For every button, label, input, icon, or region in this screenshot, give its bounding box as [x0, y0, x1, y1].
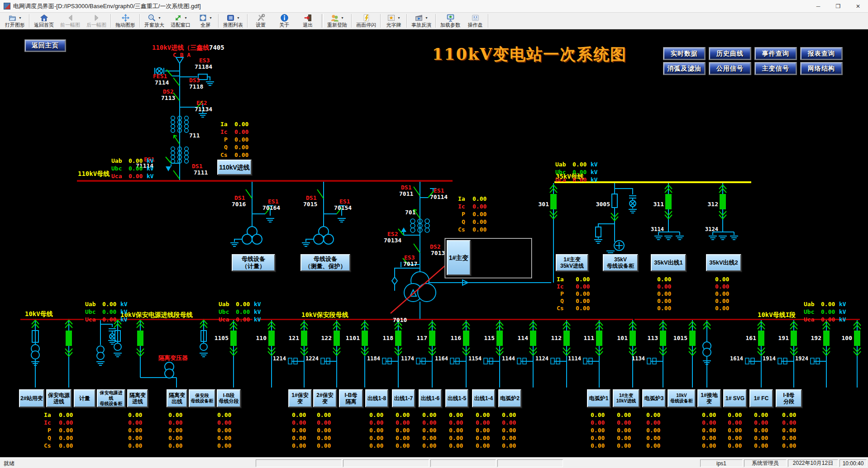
diagram-button[interactable]: 电弧炉3 — [642, 389, 666, 407]
bus-10kv-station[interactable] — [20, 319, 84, 320]
feeder-110[interactable] — [268, 320, 275, 388]
feeder-121[interactable] — [288, 320, 308, 388]
maximize-button[interactable]: ❐ — [828, 0, 848, 13]
toolbar-button-settings[interactable]: 设置 — [249, 13, 272, 28]
bus-110kv[interactable] — [77, 180, 453, 182]
diagram-button[interactable]: 1# SVG — [723, 389, 747, 407]
main-transformer-switches[interactable] — [398, 187, 434, 265]
feeders-10kv-left[interactable] — [31, 320, 208, 388]
close-button[interactable]: ✕ — [848, 0, 868, 13]
chevron-down-icon[interactable]: ▼ — [158, 16, 161, 19]
diagram-button[interactable]: 出线1-8 — [365, 389, 388, 407]
diagram-button[interactable]: 35kV出线1 — [651, 254, 686, 271]
toolbar-button-about[interactable]: 关于 — [272, 13, 296, 28]
toolbar-button-list[interactable]: ▼推图列表 — [220, 13, 246, 28]
toolbar-button-home[interactable]: 返回首页 — [31, 13, 57, 28]
nav-button-5[interactable]: 消弧及滤油 — [663, 62, 705, 75]
bus-10kv-secure-infeed[interactable] — [88, 319, 253, 320]
diagram-button[interactable]: 1# FC — [749, 389, 773, 407]
diagram-button[interactable]: I-B母 隔离 — [339, 389, 363, 407]
feeder-1105[interactable] — [230, 320, 237, 388]
chevron-down-icon[interactable]: ▼ — [425, 16, 428, 19]
feeder-311[interactable] — [654, 183, 684, 240]
diagram-button[interactable]: 隔离变 进线 — [127, 389, 148, 407]
toolbar-button-load[interactable]: 加载参数 — [437, 13, 463, 28]
nav-button-7[interactable]: 主变信号 — [755, 62, 796, 75]
diagram-button[interactable]: 母线设备 （测量、保护） — [300, 254, 350, 271]
toolbar-button-open[interactable]: ▼打开图形 — [2, 13, 28, 28]
home-page-button[interactable]: 返回主页 — [25, 40, 66, 52]
toolbar-button-exit[interactable]: 退出 — [296, 13, 320, 28]
diagram-button[interactable]: 计量 — [74, 389, 95, 407]
feeder-118[interactable] — [382, 320, 402, 388]
diagram-button[interactable]: 保安电源 进线 — [46, 389, 72, 407]
toolbar-button-drag[interactable]: 拖动图形 — [112, 13, 138, 28]
feeder-191[interactable] — [778, 320, 797, 388]
toolbar-button-replay[interactable]: ▼事故反演 — [408, 13, 434, 28]
nav-button-6[interactable]: 公用信号 — [709, 62, 751, 75]
feeder-192[interactable] — [811, 320, 830, 388]
chevron-down-icon[interactable]: ▼ — [184, 16, 187, 19]
diagram-button[interactable]: 1#接地变 — [697, 389, 721, 407]
feeder-101[interactable] — [629, 320, 636, 388]
toolbar-button-fit[interactable]: ▼适配窗口 — [167, 13, 194, 28]
diagram-button[interactable]: 电弧炉2 — [498, 389, 521, 407]
nav-button-2[interactable]: 历史曲线 — [709, 47, 751, 60]
diagram-button[interactable]: 2#站用变 — [19, 389, 44, 407]
feeder-100[interactable] — [854, 320, 861, 388]
feeder-1101[interactable] — [361, 320, 368, 388]
feeder-1015[interactable] — [689, 320, 696, 388]
diagram-button[interactable]: 保安电源进线 母线设备柜 — [97, 389, 125, 407]
chevron-down-icon[interactable]: ▼ — [397, 16, 401, 19]
nav-button-8[interactable]: 网络结构 — [801, 62, 842, 75]
minimize-button[interactable]: ─ — [808, 0, 828, 13]
main-transformer-button[interactable]: 1#主变 — [447, 240, 471, 275]
diagram-button[interactable]: 出线1-7 — [392, 389, 415, 407]
diagram-button[interactable]: I-Ⅱ母 分段 — [776, 389, 802, 407]
toolbar-button-relogin[interactable]: ▼重新登陆 — [324, 13, 350, 28]
toolbar-button-zoom[interactable]: ▼开窗放大 — [141, 13, 167, 28]
bus-10kv-secure[interactable] — [257, 319, 633, 320]
diagram-button[interactable]: 1#保安变 — [288, 389, 312, 407]
feeder-3005[interactable] — [594, 183, 637, 255]
feeder-117[interactable] — [416, 320, 436, 388]
toolbar-button-panel[interactable]: 操作盘 — [463, 13, 487, 28]
diagram-button[interactable]: 35kV 母线设备柜 — [603, 254, 638, 271]
feeder-161[interactable] — [745, 320, 765, 388]
diagram-button[interactable]: 母线设备 （计量） — [232, 254, 275, 271]
nav-button-4[interactable]: 报表查询 — [801, 47, 842, 60]
feeder-112[interactable] — [551, 320, 570, 388]
diagram-button[interactable]: 110kV进线 — [217, 160, 252, 175]
bus-35kv[interactable] — [554, 181, 751, 183]
diagram-button[interactable]: I-B段 母线分段 — [217, 389, 241, 407]
diagram-button[interactable]: 出线1-5 — [445, 389, 468, 407]
diagram-button[interactable]: 出线1-6 — [419, 389, 442, 407]
toolbar-button-alarm[interactable]: ▼光字牌 — [382, 13, 405, 28]
feeder-312[interactable] — [709, 183, 738, 240]
toolbar-button-fullscreen[interactable]: ▼全屏 — [194, 13, 217, 28]
diagram-button[interactable]: 10kV 母线设备柜 — [668, 389, 696, 407]
diagram-button[interactable]: 2#保安变 — [313, 389, 337, 407]
toolbar-button-flash[interactable]: 画面停闪 — [353, 13, 379, 28]
feeder-115[interactable] — [484, 320, 503, 388]
feeder-113[interactable] — [647, 320, 667, 388]
diagram-button[interactable]: 隔离变 出线 — [167, 389, 187, 407]
feeder-trafo-1562[interactable] — [703, 320, 711, 388]
nav-button-1[interactable]: 实时数据 — [663, 47, 705, 60]
chevron-down-icon[interactable]: ▼ — [341, 16, 344, 19]
chevron-down-icon[interactable]: ▼ — [209, 16, 212, 19]
diagram-button[interactable]: 电弧炉1 — [587, 389, 610, 407]
chevron-down-icon[interactable]: ▼ — [19, 16, 22, 19]
diagram-button[interactable]: 出线1-4 — [472, 389, 495, 407]
bus-10kv-section1[interactable] — [634, 319, 860, 320]
feeder-122[interactable] — [321, 320, 340, 388]
diagram-button[interactable]: 1#主变 35kV进线 — [556, 254, 588, 271]
diagram-button[interactable]: 1#主变 10kV进线 — [613, 389, 639, 407]
feeder-116[interactable] — [450, 320, 470, 388]
bus-pt-switches[interactable] — [246, 189, 342, 214]
feeder-111[interactable] — [583, 320, 603, 388]
diagram-button[interactable]: 35kV出线2 — [706, 254, 741, 271]
feeder-114[interactable] — [517, 320, 537, 388]
chevron-down-icon[interactable]: ▼ — [237, 16, 240, 19]
diagram-button[interactable]: 保安段 母线设备柜 — [189, 389, 215, 407]
